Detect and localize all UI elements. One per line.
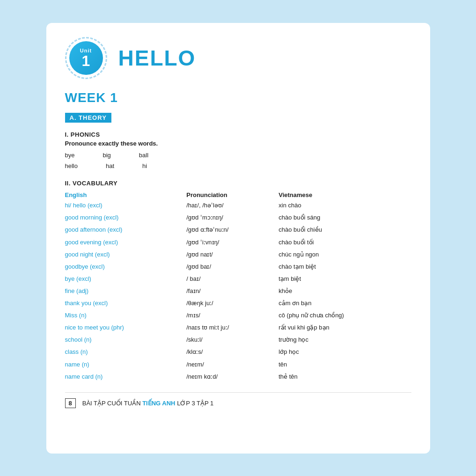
page-container: Unit 1 HELLO WEEK 1 A. THEORY I. PHONICS… (46, 23, 430, 454)
phonics-section: I. PHONICS Pronounce exactly these words… (65, 131, 411, 172)
phonics-words: bye big ball hello hat hi (65, 150, 411, 172)
vocab-vietnamese-12: lớp học (278, 346, 411, 358)
vocab-pronunciation-2: /gʊd ɑːftəˈnuːn/ (186, 224, 278, 236)
vocab-vietnamese-11: trường học (278, 334, 411, 346)
vocab-english-3: good evening (excl) (65, 236, 187, 249)
vocabulary-table: English Pronunciation Vietnamese hi/ hel… (65, 190, 411, 382)
vocab-english-4: good night (excl) (65, 249, 187, 261)
vocab-vietnamese-3: chào buổi tối (278, 236, 411, 249)
vocab-english-12: class (n) (65, 346, 187, 358)
vocab-pronunciation-6: / baɪ/ (186, 273, 278, 285)
vocab-pronunciation-3: /gʊd ˈiːvnɪŋ/ (186, 236, 278, 249)
phonics-instruction: Pronounce exactly these words. (65, 140, 411, 147)
vocab-english-7: fine (adj) (65, 285, 187, 297)
vocab-pronunciation-0: /haɪ/, /həˈləʊ/ (186, 199, 278, 212)
col-header-pronunciation: Pronunciation (186, 190, 278, 199)
vocab-pronunciation-1: /gʊd ˈmɔːnɪŋ/ (186, 212, 278, 224)
vocab-english-11: school (n) (65, 334, 187, 346)
vocab-english-1: good morning (excl) (65, 212, 187, 224)
vocab-english-9: Miss (n) (65, 309, 187, 322)
table-row: good evening (excl) /gʊd ˈiːvnɪŋ/ chào b… (65, 236, 411, 249)
footer: 8 BÀI TẬP CUỐI TUẦN TIẾNG ANH LỚP 3 TẬP … (65, 392, 411, 408)
header-area: Unit 1 HELLO (65, 37, 411, 79)
word-hat: hat (106, 161, 114, 171)
phonics-row-2: hello hat hi (65, 161, 411, 171)
vocab-pronunciation-10: /naɪs tʊ miːt juː/ (186, 322, 278, 334)
vocab-english-6: bye (excl) (65, 273, 187, 285)
vocab-vietnamese-9: cô (phụ nữ chưa chồng) (278, 309, 411, 322)
table-row: Miss (n) /mɪs/ cô (phụ nữ chưa chồng) (65, 309, 411, 322)
word-hi: hi (142, 161, 147, 171)
week-title: WEEK 1 (65, 90, 411, 105)
vocab-vietnamese-10: rất vui khi gặp bạn (278, 322, 411, 334)
table-row: fine (adj) /faɪn/ khỏe (65, 285, 411, 297)
phonics-row-1: bye big ball (65, 150, 411, 161)
vocab-vietnamese-13: tên (278, 359, 411, 371)
vocab-vietnamese-8: cảm ơn bạn (278, 297, 411, 309)
col-header-vietnamese: Vietnamese (278, 190, 411, 199)
table-row: good afternoon (excl) /gʊd ɑːftəˈnuːn/ c… (65, 224, 411, 236)
table-row: name (n) /neɪm/ tên (65, 359, 411, 371)
vocab-pronunciation-13: /neɪm/ (186, 359, 278, 371)
word-hello: hello (65, 161, 78, 171)
vocab-pronunciation-9: /mɪs/ (186, 309, 278, 322)
word-bye: bye (65, 150, 75, 161)
table-row: class (n) /klɑːs/ lớp học (65, 346, 411, 358)
vocab-pronunciation-12: /klɑːs/ (186, 346, 278, 358)
table-row: goodbye (excl) /gʊd baɪ/ chào tạm biệt (65, 261, 411, 273)
vocab-pronunciation-4: /gʊd naɪt/ (186, 249, 278, 261)
vocab-vietnamese-6: tạm biệt (278, 273, 411, 285)
vocab-english-13: name (n) (65, 359, 187, 371)
footer-text-highlight: TIẾNG ANH (142, 400, 175, 407)
vocab-vietnamese-5: chào tạm biệt (278, 261, 411, 273)
unit-circle-outer: Unit 1 (65, 37, 107, 79)
table-row: bye (excl) / baɪ/ tạm biệt (65, 273, 411, 285)
vocab-pronunciation-7: /faɪn/ (186, 285, 278, 297)
table-row: thank you (excl) /θæŋk juː/ cảm ơn bạn (65, 297, 411, 309)
vocabulary-title: II. VOCABULARY (65, 180, 411, 187)
vocab-pronunciation-5: /gʊd baɪ/ (186, 261, 278, 273)
vocab-pronunciation-8: /θæŋk juː/ (186, 297, 278, 309)
vocab-vietnamese-2: chào buổi chiều (278, 224, 411, 236)
word-ball: ball (139, 150, 148, 161)
table-row: hi/ hello (excl) /haɪ/, /həˈləʊ/ xin chà… (65, 199, 411, 212)
vocab-pronunciation-14: /neɪm kɑːd/ (186, 371, 278, 383)
col-header-english: English (65, 190, 187, 199)
vocab-english-2: good afternoon (excl) (65, 224, 187, 236)
theory-badge: A. THEORY (65, 113, 111, 123)
word-big: big (103, 150, 110, 161)
vocabulary-section: II. VOCABULARY English Pronunciation Vie… (65, 180, 411, 382)
vocab-english-5: goodbye (excl) (65, 261, 187, 273)
unit-number: 1 (82, 53, 90, 68)
phonics-title: I. PHONICS (65, 131, 411, 138)
table-row: good morning (excl) /gʊd ˈmɔːnɪŋ/ chào b… (65, 212, 411, 224)
vocab-vietnamese-7: khỏe (278, 285, 411, 297)
page-number: 8 (65, 398, 76, 408)
vocab-vietnamese-0: xin chào (278, 199, 411, 212)
table-row: nice to meet you (phr) /naɪs tʊ miːt juː… (65, 322, 411, 334)
table-row: good night (excl) /gʊd naɪt/ chúc ngủ ng… (65, 249, 411, 261)
vocab-vietnamese-14: thẻ tên (278, 371, 411, 383)
vocab-pronunciation-11: /skuːl/ (186, 334, 278, 346)
vocab-vietnamese-4: chúc ngủ ngon (278, 249, 411, 261)
table-row: name card (n) /neɪm kɑːd/ thẻ tên (65, 371, 411, 383)
table-row: school (n) /skuːl/ trường học (65, 334, 411, 346)
vocab-english-14: name card (n) (65, 371, 187, 383)
unit-circle-inner: Unit 1 (69, 41, 103, 75)
footer-text-normal2: LỚP 3 TẬP 1 (176, 400, 214, 407)
vocab-vietnamese-1: chào buổi sáng (278, 212, 411, 224)
footer-text: BÀI TẬP CUỐI TUẦN TIẾNG ANH LỚP 3 TẬP 1 (82, 400, 214, 407)
page-title: HELLO (118, 45, 196, 71)
vocab-english-0: hi/ hello (excl) (65, 199, 187, 212)
vocab-english-10: nice to meet you (phr) (65, 322, 187, 334)
footer-text-normal1: BÀI TẬP CUỐI TUẦN (82, 400, 142, 407)
vocab-english-8: thank you (excl) (65, 297, 187, 309)
